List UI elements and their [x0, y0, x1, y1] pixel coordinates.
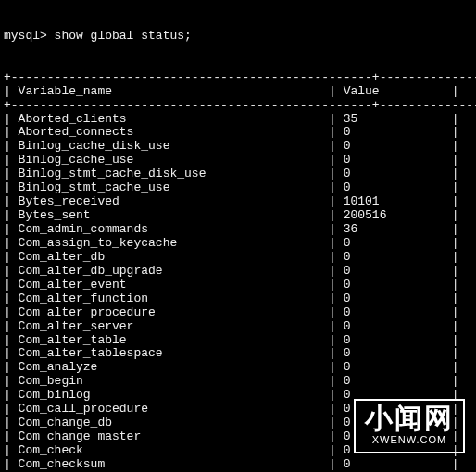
table-row: | Com_begin | 0 | [4, 375, 472, 389]
prompt-prefix: mysql> [4, 29, 55, 43]
table-row: | Com_alter_function | 0 | [4, 292, 472, 306]
watermark-main: 小闻网 [365, 404, 454, 432]
table-row: | Binlog_stmt_cache_disk_use | 0 | [4, 168, 472, 181]
table-row: | Com_alter_table | 0 | [4, 334, 472, 348]
table-row: | Binlog_cache_disk_use | 0 | [4, 140, 472, 154]
separator: +---------------------------------------… [4, 99, 472, 113]
table-row: | Bytes_sent | 200516 | [4, 209, 472, 223]
table-row: | Com_admin_commands | 36 | [4, 223, 472, 237]
table-row: | Binlog_cache_use | 0 | [4, 154, 472, 168]
table-row: | Com_checksum | 0 | [4, 458, 472, 472]
table-row: | Com_alter_event | 0 | [4, 279, 472, 292]
table-row: | Com_assign_to_keycache | 0 | [4, 237, 472, 251]
table-row: | Aborted_clients | 35 | [4, 113, 472, 127]
watermark-sub: XWENW.COM [365, 434, 454, 446]
table-row: | Binlog_stmt_cache_use | 0 | [4, 181, 472, 195]
table-row: | Com_alter_server | 0 | [4, 320, 472, 334]
table-row: | Bytes_received | 10101 | [4, 195, 472, 209]
table-row: | Com_alter_db | 0 | [4, 251, 472, 265]
table-row: | Com_analyze | 0 | [4, 361, 472, 375]
table-row: | Com_alter_db_upgrade | 0 | [4, 265, 472, 279]
table-row: | Com_alter_procedure | 0 | [4, 306, 472, 320]
command-text: show global status; [55, 29, 192, 43]
header-row: | Variable_name | Value | [4, 85, 472, 99]
prompt-line[interactable]: mysql> show global status; [4, 30, 472, 43]
separator: +---------------------------------------… [4, 71, 472, 85]
watermark: 小闻网 XWENW.COM [354, 399, 465, 453]
table-row: | Com_alter_tablespace | 0 | [4, 347, 472, 361]
table-row: | Aborted_connects | 0 | [4, 126, 472, 140]
